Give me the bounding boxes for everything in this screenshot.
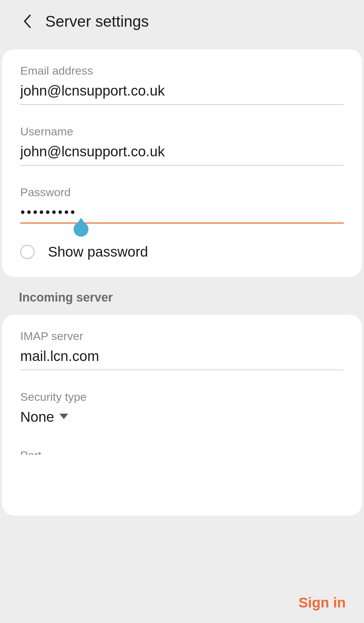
- password-input[interactable]: ●●●●●●●●●: [20, 204, 344, 224]
- show-password-checkbox[interactable]: [20, 245, 34, 259]
- security-type-value: None: [20, 409, 54, 425]
- chevron-down-icon: [59, 413, 69, 421]
- imap-server-input[interactable]: mail.lcn.com: [20, 348, 344, 370]
- security-type-dropdown[interactable]: None: [20, 409, 344, 425]
- imap-server-label: IMAP server: [20, 330, 344, 343]
- imap-server-field: IMAP server mail.lcn.com: [20, 330, 344, 370]
- incoming-server-heading: Incoming server: [0, 277, 364, 315]
- security-type-label: Security type: [20, 390, 344, 404]
- email-field: Email address john@lcnsupport.co.uk: [20, 64, 344, 105]
- username-input[interactable]: john@lcnsupport.co.uk: [20, 144, 344, 165]
- port-label: Port: [20, 449, 344, 455]
- incoming-server-card: IMAP server mail.lcn.com Security type N…: [2, 315, 362, 516]
- email-input[interactable]: john@lcnsupport.co.uk: [20, 83, 344, 105]
- text-cursor-handle-icon[interactable]: [74, 222, 88, 237]
- sign-in-button[interactable]: Sign in: [298, 595, 346, 611]
- svg-marker-0: [59, 414, 68, 419]
- page-title: Server settings: [45, 12, 149, 30]
- footer-bar: Sign in: [0, 582, 364, 623]
- email-label: Email address: [20, 64, 344, 77]
- security-type-field: Security type None: [20, 390, 344, 425]
- username-label: Username: [20, 125, 344, 138]
- show-password-row[interactable]: Show password: [20, 244, 344, 260]
- account-card: Email address john@lcnsupport.co.uk User…: [2, 49, 362, 277]
- password-field: Password ●●●●●●●●●: [20, 186, 344, 224]
- header: Server settings: [0, 0, 364, 43]
- show-password-label: Show password: [48, 244, 148, 260]
- password-label: Password: [20, 186, 344, 199]
- username-field: Username john@lcnsupport.co.uk: [20, 125, 344, 165]
- back-arrow-icon[interactable]: [19, 13, 36, 30]
